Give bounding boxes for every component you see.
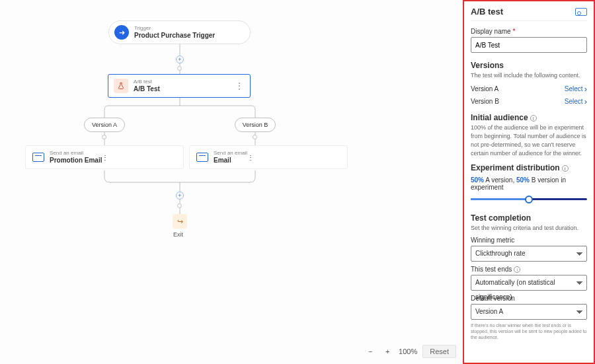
ends-select[interactable]: Automatically (on statistical significan… bbox=[471, 275, 587, 291]
connector-ring bbox=[177, 203, 182, 208]
display-name-label: Display name * bbox=[471, 28, 515, 35]
zoom-toolbar: − + 100% Reset bbox=[364, 343, 456, 360]
exit-label: Exit bbox=[173, 231, 183, 238]
zoom-reset-button[interactable]: Reset bbox=[422, 345, 456, 358]
completion-desc: Set the winning criteria and test durati… bbox=[471, 224, 587, 233]
distribution-text: 50% A version, 50% B version in experime… bbox=[471, 176, 587, 191]
panel-header-icon[interactable] bbox=[575, 8, 587, 16]
audience-heading: Initial audiencei bbox=[471, 113, 587, 122]
ab-kicker: A/B test bbox=[134, 79, 160, 85]
distribution-heading: Experiment distributioni bbox=[471, 163, 587, 172]
version-a-select[interactable]: Select bbox=[565, 85, 587, 92]
branch-a-pill[interactable]: Version A bbox=[84, 118, 125, 132]
completion-heading: Test completion bbox=[471, 213, 587, 223]
version-b-label: Version B bbox=[471, 98, 499, 105]
distribution-slider[interactable] bbox=[471, 194, 587, 205]
connectors bbox=[0, 0, 463, 364]
connector-ring bbox=[177, 66, 182, 71]
trigger-title: Product Purchase Trigger bbox=[134, 32, 215, 40]
branch-b-pill[interactable]: Version B bbox=[235, 118, 276, 132]
node-menu-icon[interactable]: ⋮ bbox=[247, 154, 254, 161]
info-icon[interactable]: i bbox=[530, 115, 537, 122]
default-label: Default version bbox=[471, 295, 587, 302]
email-icon bbox=[196, 153, 208, 162]
slider-thumb[interactable] bbox=[525, 196, 533, 203]
email-icon bbox=[32, 153, 44, 162]
versions-desc: The test will include the following cont… bbox=[471, 71, 587, 80]
email-b-title: Email bbox=[214, 157, 247, 164]
panel-title: A/B test bbox=[471, 7, 503, 17]
journey-canvas[interactable]: ➜ Trigger Product Purchase Trigger + A/B… bbox=[0, 0, 463, 364]
email-node-b[interactable]: Send an email Email ⋮ bbox=[189, 145, 348, 169]
node-menu-icon[interactable]: ⋮ bbox=[235, 81, 243, 91]
metric-label: Winning metric bbox=[471, 237, 587, 244]
node-menu-icon[interactable]: ⋮ bbox=[102, 154, 108, 161]
add-step-button[interactable]: + bbox=[176, 55, 184, 63]
zoom-out-button[interactable]: − bbox=[364, 346, 376, 357]
default-select[interactable]: Version A bbox=[471, 304, 587, 320]
info-icon[interactable]: i bbox=[514, 266, 520, 273]
ab-test-panel: A/B test Display name * Versions The tes… bbox=[463, 0, 595, 364]
zoom-value: 100% bbox=[399, 347, 417, 355]
email-a-title: Promotion Email bbox=[50, 157, 102, 164]
email-a-kicker: Send an email bbox=[50, 150, 102, 157]
trigger-node[interactable]: ➜ Trigger Product Purchase Trigger bbox=[108, 20, 251, 44]
trigger-kicker: Trigger bbox=[134, 25, 215, 32]
audience-desc: 100% of the audience will be in experime… bbox=[471, 124, 587, 158]
info-icon[interactable]: i bbox=[562, 165, 569, 172]
default-footnote: If there's no clear winner when the test… bbox=[471, 322, 587, 340]
ab-test-node[interactable]: A/B test A/B Test ⋮ bbox=[108, 74, 251, 98]
version-a-label: Version A bbox=[471, 85, 498, 92]
ab-title: A/B Test bbox=[134, 85, 160, 93]
email-b-kicker: Send an email bbox=[214, 150, 247, 157]
email-node-a[interactable]: Send an email Promotion Email ⋮ bbox=[25, 145, 184, 169]
exit-icon: ↪ bbox=[173, 214, 187, 229]
add-step-button[interactable]: + bbox=[176, 192, 184, 200]
connector-ring bbox=[102, 135, 106, 139]
display-name-input[interactable] bbox=[471, 37, 587, 53]
flask-icon bbox=[114, 79, 128, 93]
trigger-icon: ➜ bbox=[114, 25, 129, 40]
ends-label: This test endsi bbox=[471, 266, 587, 273]
versions-heading: Versions bbox=[471, 61, 587, 70]
version-b-select[interactable]: Select bbox=[565, 98, 587, 105]
connector-ring bbox=[253, 135, 257, 139]
zoom-in-button[interactable]: + bbox=[381, 346, 393, 357]
metric-select[interactable]: Clickthrough rate bbox=[471, 246, 587, 262]
